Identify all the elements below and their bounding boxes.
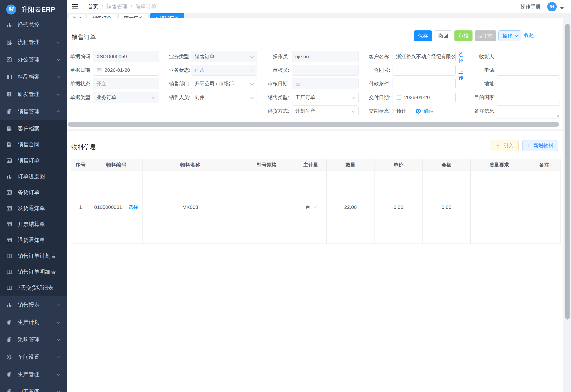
plus-icon: + bbox=[527, 143, 531, 148]
breadcrumb-current: 编辑订单 bbox=[135, 3, 156, 10]
sidebar-item-sales-order[interactable]: 销售订单 bbox=[0, 153, 67, 168]
doc-date-input[interactable]: 2026-01-20 bbox=[93, 65, 159, 76]
chevron-down-icon bbox=[250, 96, 254, 99]
audit-date-label: 审核日期: bbox=[264, 78, 289, 89]
user-dropdown-caret-icon[interactable] bbox=[560, 7, 564, 9]
biz-type-select[interactable]: 销售订单 bbox=[191, 51, 257, 62]
material-select-link[interactable]: 选择 bbox=[128, 204, 138, 210]
sidebar-item-stock-order[interactable]: 备货订单 bbox=[0, 184, 67, 200]
manual-link[interactable]: 操作手册 bbox=[521, 3, 541, 10]
radio-estimate-label[interactable]: 预计 bbox=[396, 108, 406, 114]
doc-type-select[interactable]: 业务订单 bbox=[93, 92, 159, 103]
sidebar-item-machining-workshop[interactable]: 加工车间 bbox=[0, 383, 67, 392]
dest-country-input[interactable] bbox=[497, 92, 560, 103]
avatar[interactable]: M bbox=[547, 2, 557, 11]
chevron-down-icon bbox=[515, 34, 518, 37]
page-vertical-scrollbar-thumb[interactable] bbox=[565, 24, 570, 320]
sales-person-select[interactable]: 刘伟 bbox=[191, 92, 257, 103]
book-icon bbox=[6, 74, 12, 80]
add-material-button[interactable]: + 新增物料 bbox=[523, 140, 558, 151]
table-icon bbox=[6, 221, 12, 227]
sidebar-item-sales-contract[interactable]: 销售合同 bbox=[0, 137, 67, 153]
sidebar-item-materials-archive[interactable]: 料品档案 bbox=[0, 68, 67, 85]
radio-confirm[interactable] bbox=[416, 109, 421, 113]
receiver-input[interactable] bbox=[497, 51, 560, 62]
resize-handle-icon[interactable] bbox=[556, 114, 559, 118]
doc-status-label: 单据状态: bbox=[67, 78, 91, 89]
sidebar-item-sales-report[interactable]: 销售报表 bbox=[0, 296, 67, 314]
doc-edit-icon bbox=[6, 126, 12, 132]
sidebar-item-invoice-settlement[interactable]: 开票结算单 bbox=[0, 216, 67, 232]
save-button[interactable]: 保存 bbox=[414, 30, 432, 41]
col-quality: 质量要求 bbox=[471, 159, 528, 171]
audit-button[interactable]: 审核 bbox=[454, 30, 472, 41]
cell-price[interactable]: 0.00 bbox=[375, 171, 422, 244]
sales-dept-select[interactable]: 升阳公司 / 市场部 bbox=[191, 78, 257, 89]
chevron-down-icon bbox=[57, 372, 60, 376]
horizontal-scrollbar-thumb[interactable] bbox=[68, 122, 559, 127]
auditor-input[interactable] bbox=[292, 65, 359, 76]
contract-no-input[interactable] bbox=[392, 65, 456, 76]
sales-type-select[interactable]: 工厂订单 bbox=[292, 92, 359, 103]
doc-code-input[interactable]: XSDD000059 bbox=[93, 51, 159, 62]
operator-input[interactable]: njrsun bbox=[292, 51, 359, 62]
pages-icon bbox=[6, 389, 12, 392]
payment-terms-input[interactable] bbox=[392, 78, 456, 89]
breadcrumb-home[interactable]: 首页 bbox=[88, 3, 98, 10]
pages-icon bbox=[6, 319, 12, 325]
cell-spec[interactable] bbox=[238, 171, 295, 244]
breadcrumb-section[interactable]: 销售管理 bbox=[106, 3, 127, 10]
sidebar-item-order-detail-report[interactable]: 销售订单明细表 bbox=[0, 264, 67, 280]
unaudit-button[interactable]: 反审核 bbox=[475, 30, 496, 41]
revoke-button[interactable]: 撤回 bbox=[434, 30, 452, 41]
import-button[interactable]: 引入 bbox=[491, 140, 519, 151]
chevron-up-icon bbox=[57, 111, 60, 114]
sidebar-item-sales[interactable]: 销售管理 bbox=[0, 103, 67, 120]
col-remark: 备注 bbox=[528, 159, 560, 171]
chevron-down-icon bbox=[250, 82, 254, 85]
radio-estimate[interactable] bbox=[389, 109, 393, 113]
unit-select[interactable]: 台 bbox=[295, 204, 326, 210]
biz-status-select[interactable]: 正常 bbox=[191, 65, 257, 76]
sidebar-item-process[interactable]: 流程管理 bbox=[0, 33, 67, 51]
address-input[interactable] bbox=[497, 78, 560, 89]
menu-fold-icon[interactable] bbox=[72, 4, 79, 10]
sidebar-item-return-notice[interactable]: 退货通知单 bbox=[0, 232, 67, 248]
actions-dropdown-button[interactable]: 操作 bbox=[498, 30, 521, 41]
sidebar-item-customer-archive[interactable]: 客户档案 bbox=[0, 121, 67, 137]
sidebar-item-production-plan[interactable]: 生产计划 bbox=[0, 314, 67, 331]
chevron-down-icon bbox=[250, 55, 254, 58]
sidebar-item-7day-delivery-report[interactable]: 7天交货明细表 bbox=[0, 280, 67, 296]
chevron-down-icon bbox=[152, 96, 155, 99]
materials-table: 序号 物料编码 物料名称 型号规格 主计量 数量 单价 金额 质量要求 备注 1… bbox=[71, 159, 560, 244]
bar-chart-icon bbox=[6, 173, 12, 180]
auditor-label: 审核员: bbox=[264, 65, 289, 76]
sidebar-item-purchasing[interactable]: 采购管理 bbox=[0, 331, 67, 348]
sidebar-item-workshop-settings[interactable]: 车间设置 bbox=[0, 348, 67, 366]
cell-remark[interactable] bbox=[528, 171, 560, 244]
cell-qty[interactable]: 22.00 bbox=[327, 171, 375, 244]
audit-date-input[interactable] bbox=[292, 78, 359, 89]
operator-label: 操作员: bbox=[264, 51, 289, 62]
cell-name[interactable]: MK008 bbox=[143, 171, 238, 244]
customer-input[interactable]: 浙江裕兴不动产经纪有限公司 bbox=[392, 51, 456, 62]
sidebar-item-production-management[interactable]: 生产管理 bbox=[0, 366, 67, 383]
supply-mode-select[interactable]: 计划生产 bbox=[292, 105, 359, 116]
phone-input[interactable] bbox=[497, 65, 560, 76]
radio-confirm-label[interactable]: 确认 bbox=[424, 108, 434, 114]
cell-quality[interactable] bbox=[471, 171, 528, 244]
chevron-down-icon bbox=[57, 337, 60, 341]
bar-chart-icon bbox=[6, 302, 12, 308]
sidebar-item-shipping-notice[interactable]: 发货通知单 bbox=[0, 200, 67, 216]
remark-textarea[interactable] bbox=[497, 105, 560, 119]
sidebar-item-research[interactable]: 研发管理 bbox=[0, 85, 67, 103]
biz-status-label: 业务状态: bbox=[165, 65, 190, 76]
doc-status-input[interactable]: 开立 bbox=[93, 78, 159, 89]
delivery-date-input[interactable]: 2026-01-20 bbox=[392, 92, 456, 103]
sidebar-item-office[interactable]: 办公管理 bbox=[0, 51, 67, 68]
sidebar-item-order-plan-report[interactable]: 销售订单计划表 bbox=[0, 248, 67, 264]
collapse-link[interactable]: 收起 bbox=[524, 32, 534, 39]
sidebar-item-order-progress[interactable]: 订单进度图 bbox=[0, 168, 67, 184]
phone-label: 电话: bbox=[455, 65, 496, 76]
sidebar-item-dashboard[interactable]: 经营总控 bbox=[0, 16, 67, 33]
